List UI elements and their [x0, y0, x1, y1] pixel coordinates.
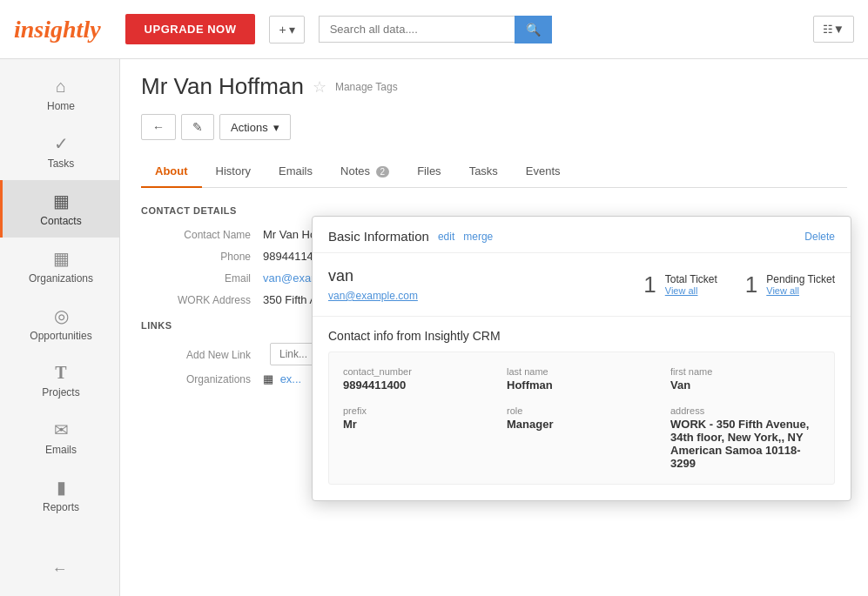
popup-user-info: van van@example.com [328, 267, 622, 302]
sidebar-label-projects: Projects [42, 386, 79, 398]
sidebar-item-reports[interactable]: ▮ Reports [0, 466, 119, 524]
main-layout: ⌂ Home ✓ Tasks ▦ Contacts ▦ Organization… [0, 59, 868, 596]
crm-field-first-name: first name Van [670, 366, 820, 392]
tab-notes[interactable]: Notes 2 [326, 156, 403, 188]
tab-emails-label: Emails [279, 164, 313, 177]
popup-basic-title: Basic Information [328, 229, 429, 244]
pending-ticket-info: Pending Ticket View all [766, 273, 835, 296]
tab-tasks[interactable]: Tasks [455, 156, 512, 188]
tab-about-label: About [155, 164, 188, 177]
chevron-down-icon: ▾ [289, 23, 295, 37]
tab-notes-label: Notes [340, 164, 370, 177]
search-button[interactable]: 🔍 [515, 16, 552, 44]
tab-files[interactable]: Files [403, 156, 454, 188]
add-link-label: Add New Link [141, 348, 263, 361]
projects-icon: T [55, 363, 66, 383]
popup-stat-pending: 1 Pending Ticket View all [745, 271, 835, 298]
action-bar: ← ✎ Actions ▾ [141, 114, 847, 140]
tab-about[interactable]: About [141, 156, 202, 188]
label-phone: Phone [141, 250, 263, 263]
popup-username: van [328, 267, 622, 285]
org-link[interactable]: ex... [280, 372, 302, 385]
notes-badge: 2 [376, 166, 390, 177]
pending-ticket-view-link[interactable]: View all [766, 285, 835, 296]
tasks-icon: ✓ [54, 133, 69, 154]
emails-icon: ✉ [54, 419, 69, 440]
sidebar-item-home[interactable]: ⌂ Home [0, 66, 119, 123]
popup-stat-total: 1 Total Ticket View all [643, 271, 717, 298]
content-area: Mr Van Hoffman ☆ Manage Tags ← ✎ Actions… [120, 59, 868, 596]
crm-field-role: role Manager [507, 405, 656, 470]
sidebar-label-contacts: Contacts [40, 215, 81, 227]
popup-basic-body: van van@example.com 1 Total Ticket View … [313, 253, 851, 317]
label-email: Email [141, 271, 263, 285]
actions-label: Actions [231, 121, 268, 134]
sidebar-item-organizations[interactable]: ▦ Organizations [0, 238, 119, 295]
sidebar-label-home: Home [47, 100, 75, 112]
label-address: WORK Address [141, 293, 263, 306]
reports-icon: ▮ [57, 477, 66, 498]
actions-dropdown-button[interactable]: Actions ▾ [219, 114, 291, 140]
sidebar-item-opportunities[interactable]: ◎ Opportunities [0, 295, 119, 352]
popup-header: Basic Information edit merge Delete [313, 217, 851, 253]
star-icon[interactable]: ☆ [313, 77, 326, 97]
sidebar-item-projects[interactable]: T Projects [0, 352, 119, 409]
sidebar-label-emails: Emails [45, 444, 77, 456]
crm-field-address: address WORK - 350 Fifth Avenue, 34th fl… [670, 405, 820, 470]
edit-button[interactable]: ✎ [181, 114, 214, 140]
crm-field-last-name: last name Hoffman [507, 366, 656, 392]
tabs: About History Emails Notes 2 Files Tasks… [141, 156, 847, 188]
organizations-icon: ▦ [53, 248, 70, 269]
search-input[interactable] [319, 16, 515, 43]
sidebar: ⌂ Home ✓ Tasks ▦ Contacts ▦ Organization… [0, 59, 120, 596]
popup-stats: 1 Total Ticket View all 1 Pending Ticket… [643, 271, 835, 298]
top-bar: insightly UPGRADE NOW + ▾ 🔍 ☷▼ [0, 0, 868, 59]
chevron-down-icon: ▾ [273, 121, 279, 134]
popup-edit-link[interactable]: edit [438, 231, 454, 243]
upgrade-button[interactable]: UPGRADE NOW [125, 14, 256, 44]
plus-icon: + [279, 23, 286, 37]
grid-view-button[interactable]: ☷▼ [813, 16, 854, 43]
label-organizations: Organizations [141, 372, 263, 385]
contact-header: Mr Van Hoffman ☆ Manage Tags [141, 73, 847, 100]
org-icon: ▦ [263, 372, 273, 385]
popup-overlay: Basic Information edit merge Delete van … [312, 216, 851, 501]
crm-field-prefix: prefix Mr [343, 405, 493, 470]
popup-delete-link[interactable]: Delete [804, 231, 835, 243]
back-icon: ← [52, 560, 68, 579]
pending-ticket-number: 1 [745, 271, 757, 298]
contact-name: Mr Van Hoffman [141, 73, 304, 100]
crm-field-contact-number: contact_number 9894411400 [343, 366, 493, 392]
tab-emails[interactable]: Emails [265, 156, 326, 188]
sidebar-item-contacts[interactable]: ▦ Contacts [0, 180, 119, 238]
back-button[interactable]: ← [141, 114, 176, 140]
search-icon: 🔍 [526, 23, 541, 37]
popup-crm-body: contact_number 9894411400 last name Hoff… [328, 352, 835, 485]
tab-history-label: History [216, 164, 251, 177]
label-contact-name: Contact Name [141, 228, 263, 241]
popup-merge-link[interactable]: merge [463, 231, 493, 243]
add-button[interactable]: + ▾ [269, 16, 304, 44]
total-ticket-view-link[interactable]: View all [665, 285, 717, 296]
sidebar-back-button[interactable]: ← [0, 550, 119, 589]
tab-events[interactable]: Events [512, 156, 575, 188]
search-container: 🔍 [319, 16, 552, 44]
contact-details-title: CONTACT DETAILS [141, 205, 847, 216]
tab-files-label: Files [417, 164, 441, 177]
tab-history[interactable]: History [202, 156, 265, 188]
home-icon: ⌂ [56, 77, 66, 97]
total-ticket-number: 1 [643, 271, 656, 298]
sidebar-label-organizations: Organizations [29, 272, 93, 285]
popup-crm-title: Contact info from Insightly CRM [313, 317, 851, 352]
tab-tasks-label: Tasks [469, 164, 498, 177]
sidebar-item-tasks[interactable]: ✓ Tasks [0, 123, 119, 180]
total-ticket-info: Total Ticket View all [665, 273, 717, 296]
manage-tags-button[interactable]: Manage Tags [335, 81, 398, 93]
sidebar-label-opportunities: Opportunities [30, 330, 91, 342]
contacts-icon: ▦ [53, 191, 70, 211]
sidebar-label-tasks: Tasks [48, 157, 75, 170]
popup-email[interactable]: van@example.com [328, 290, 418, 302]
sidebar-item-emails[interactable]: ✉ Emails [0, 409, 119, 466]
back-arrow-icon: ← [152, 120, 165, 134]
pencil-icon: ✎ [192, 120, 203, 134]
